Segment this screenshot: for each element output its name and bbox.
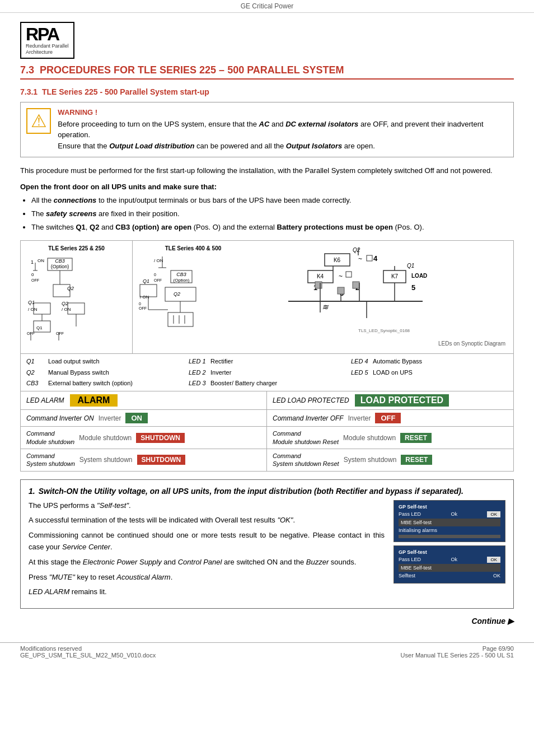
- mod-reset-cell: CommandModule shutdown Reset Module shut…: [267, 427, 513, 449]
- warning-text: WARNING ! Before proceeding to turn on t…: [58, 108, 508, 152]
- svg-rect-54: [367, 255, 372, 261]
- screen2-title: GP Self-test: [399, 549, 500, 555]
- warning-title: WARNING !: [58, 108, 508, 116]
- step-number: 1.: [29, 487, 35, 496]
- mod-shutdown-badge: SHUTDOWN: [136, 433, 185, 443]
- sys-shutdown-label: CommandSystem shutdown: [26, 452, 75, 468]
- screen2-mbe-val: OK: [493, 573, 500, 578]
- warning-line1: Before proceeding to turn on the UPS sys…: [58, 119, 508, 141]
- synoptic-svg: Q2 K6 4 ~ K4: [255, 245, 428, 338]
- alarm-label: LED ALARM: [26, 396, 64, 404]
- load-label: LED LOAD PROTECTED: [273, 396, 349, 404]
- screen1-row1-val: Ok: [451, 511, 457, 517]
- led-item-cb3: CB3 External battery switch (option): [26, 379, 183, 388]
- led-item-q2: Q2 Manual Bypass switch: [26, 368, 183, 377]
- cmd-alarm-row: LED ALARM ALARM LED LOAD PROTECTED LOAD …: [21, 391, 513, 409]
- step-screens: GP Self-test Pass LED Ok OK MBE Self-tes…: [394, 500, 505, 602]
- svg-rect-58: [346, 272, 352, 277]
- svg-text:K7: K7: [391, 273, 399, 279]
- alarm-cell: LED ALARM ALARM: [21, 391, 267, 409]
- step-heading: Switch-ON the Utility voltage, on all UP…: [39, 487, 463, 496]
- inverter-on-btn: Inverter: [99, 414, 121, 422]
- svg-text:CB3: CB3: [55, 258, 65, 264]
- warning-line2: Ensure that the Output Load distribution…: [58, 141, 508, 152]
- footer-left: Modifications reserved GE_UPS_USM_TLE_SU…: [20, 645, 156, 659]
- sys-shutdown-badge: SHUTDOWN: [137, 455, 186, 465]
- svg-text:(Option): (Option): [174, 278, 190, 283]
- inverter-off-cell: Command Inverter OFF Inverter OFF: [267, 410, 513, 426]
- diagram-right-title: TLE Series 400 & 500: [137, 245, 249, 251]
- screen1-row1-label: Pass LED: [399, 511, 421, 517]
- svg-text:5: 5: [411, 283, 415, 292]
- body-text-1: This procedure must be performed for the…: [20, 165, 514, 177]
- svg-text:(Option): (Option): [51, 264, 69, 269]
- svg-text:Q1: Q1: [407, 263, 414, 269]
- inverter-on-label: Command Inverter ON: [26, 414, 94, 422]
- logo-rpa: RPA: [26, 25, 69, 43]
- step-text: The UPS performs a "Self-test". A succes…: [29, 500, 385, 602]
- screen2-row1-val: Ok: [451, 557, 457, 563]
- step-p4: At this stage the Electronic Power Suppl…: [29, 557, 385, 568]
- synoptic-panel: Q2 K6 4 ~ K4: [255, 245, 509, 349]
- step-p2: A successful termination of the tests wi…: [29, 515, 385, 526]
- step-1: 1. Switch-ON the Utility voltage, on all…: [20, 479, 514, 609]
- svg-rect-67: [315, 282, 322, 288]
- diagram-left-title: TLE Series 225 & 250: [25, 245, 128, 251]
- bullet-list: All the connections to the input/output …: [31, 194, 514, 234]
- svg-text:OFF: OFF: [31, 278, 39, 282]
- led-legend: Q1 Load output switch LED 1 Rectifier LE…: [21, 353, 513, 391]
- inverter-on-badge: ON: [125, 413, 148, 423]
- cmd-system-row: CommandSystem shutdown System shutdown S…: [21, 449, 513, 471]
- screen2-btn[interactable]: OK: [487, 557, 500, 563]
- screen2-row1-label: Pass LED: [399, 557, 421, 563]
- led-item-led2: LED 2 Inverter: [189, 368, 345, 377]
- section-title: 7.3 PROCEDURES FOR TLE SERIES 225 – 500 …: [20, 64, 514, 80]
- svg-text:Q1: Q1: [36, 325, 43, 330]
- diagram-right: TLE Series 400 & 500 / ON 0 OFF CB3 (Opt…: [133, 241, 513, 353]
- bullet-3: The switches Q1, Q2 and CB3 (option) are…: [31, 221, 514, 234]
- svg-text:0: 0: [154, 273, 156, 277]
- inverter-on-cell: Command Inverter ON Inverter ON: [21, 410, 267, 426]
- inverter-off-label: Command Inverter OFF: [273, 414, 344, 422]
- subsection-title: 7.3.1 TLE Series 225 - 500 Parallel Syst…: [20, 87, 514, 96]
- logo-box: RPA Redundant ParallelArchitecture: [20, 22, 74, 59]
- bullet-2: The safety screens are fixed in their po…: [31, 208, 514, 220]
- step-p1: The UPS performs a "Self-test".: [29, 500, 385, 512]
- svg-text:~: ~: [358, 255, 362, 263]
- screen-mockup-1: GP Self-test Pass LED Ok OK MBE Self-tes…: [394, 500, 505, 542]
- footer-filename: GE_UPS_USM_TLE_SUL_M22_M50_V010.docx: [20, 652, 156, 659]
- sys-reset-cell: CommandSystem shutdown Reset System shut…: [267, 449, 513, 471]
- diagram-right-left: TLE Series 400 & 500 / ON 0 OFF CB3 (Opt…: [137, 245, 249, 349]
- led-item-led3: LED 3 Booster/ Battery charger: [189, 379, 345, 388]
- step-header: 1. Switch-ON the Utility voltage, on all…: [29, 487, 505, 496]
- diagram-container: TLE Series 225 & 250 CB3 (Option) 1 ON 0…: [20, 240, 514, 471]
- step-p5: Press "MUTE" key to reset Acoustical Ala…: [29, 572, 385, 584]
- led-item-q1: Q1 Load output switch: [26, 357, 183, 366]
- step-body: The UPS performs a "Self-test". A succes…: [29, 500, 505, 602]
- led-item-led1: LED 1 Rectifier: [189, 357, 345, 366]
- sys-reset-btn: System shutdown: [344, 456, 397, 464]
- svg-text:OFF: OFF: [56, 332, 64, 335]
- svg-text:Q2: Q2: [174, 291, 180, 297]
- mod-reset-label: CommandModule shutdown Reset: [273, 430, 339, 446]
- screen1-btn[interactable]: OK: [487, 511, 500, 517]
- diagram-400-svg: / ON 0 OFF CB3 (Option) Q2: [137, 254, 243, 340]
- cmd-inverter-row: Command Inverter ON Inverter ON Command …: [21, 409, 513, 426]
- top-bar-title: GE Critical Power: [241, 2, 294, 10]
- svg-text:OFF: OFF: [139, 306, 147, 310]
- svg-text:~: ~: [339, 272, 343, 280]
- inverter-off-badge: OFF: [375, 413, 401, 423]
- sys-shutdown-cell: CommandSystem shutdown System shutdown S…: [21, 449, 267, 471]
- svg-text:LOAD: LOAD: [411, 273, 427, 279]
- mod-shutdown-btn: Module shutdown: [79, 434, 132, 442]
- footer: Modifications reserved GE_UPS_USM_TLE_SU…: [0, 642, 534, 661]
- svg-text:Q2: Q2: [62, 301, 68, 306]
- continue-label: Continue ▶: [471, 617, 514, 626]
- svg-rect-68: [353, 282, 359, 288]
- led-item-led5: LED 5 LOAD on UPS: [351, 368, 508, 377]
- footer-manual: User Manual TLE Series 225 - 500 UL S1: [401, 652, 514, 659]
- sys-reset-badge: RESET: [401, 455, 432, 465]
- svg-text:1: 1: [31, 259, 34, 265]
- svg-text:/ ON: / ON: [62, 307, 71, 312]
- svg-text:Q1: Q1: [143, 278, 149, 284]
